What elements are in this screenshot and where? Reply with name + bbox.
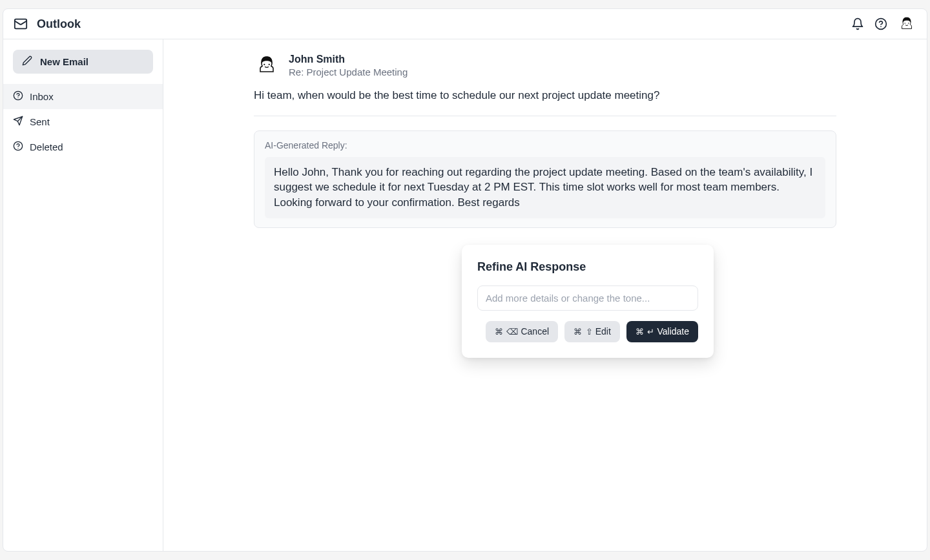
cmd-icon: ⌘ ⌫ — [495, 327, 519, 337]
user-avatar[interactable] — [897, 14, 916, 34]
email-meta: John Smith Re: Project Update Meeting — [289, 54, 408, 78]
header-left: Outlook — [14, 17, 81, 31]
nav-list: Inbox Sent Deleted — [13, 84, 153, 160]
sidebar: New Email Inbox Sent — [3, 39, 163, 551]
refine-card: Refine AI Response ⌘ ⌫Cancel ⌘ ⇧Edit ⌘ ↵… — [462, 245, 714, 358]
validate-label: Validate — [657, 326, 689, 337]
header-right — [851, 14, 916, 34]
svg-rect-0 — [15, 19, 26, 29]
email-header: John Smith Re: Project Update Meeting — [254, 52, 836, 78]
svg-point-4 — [904, 23, 905, 24]
cmd-icon: ⌘ ↵ — [636, 327, 655, 337]
app-window: Outlook New Email — [3, 8, 927, 552]
refine-actions: ⌘ ⌫Cancel ⌘ ⇧Edit ⌘ ↵Validate — [477, 321, 698, 342]
ai-reply-text: Hello John, Thank you for reaching out r… — [265, 157, 825, 218]
ai-reply-label: AI-Generated Reply: — [265, 140, 825, 150]
bell-icon[interactable] — [851, 17, 865, 31]
sender-name: John Smith — [289, 54, 408, 65]
mail-icon — [14, 17, 28, 31]
help-icon[interactable] — [874, 17, 888, 31]
divider — [254, 116, 836, 116]
refine-input[interactable] — [477, 285, 698, 311]
cmd-icon: ⌘ ⇧ — [574, 327, 593, 337]
app-title: Outlook — [37, 17, 81, 31]
new-email-button[interactable]: New Email — [13, 50, 153, 74]
svg-point-12 — [269, 64, 270, 65]
sender-avatar — [254, 52, 280, 78]
svg-point-5 — [908, 23, 909, 24]
email-subject: Re: Project Update Meeting — [289, 67, 408, 78]
help-circle-icon — [13, 141, 23, 153]
sidebar-item-label: Inbox — [30, 91, 54, 102]
sidebar-item-deleted[interactable]: Deleted — [3, 134, 163, 160]
main-content: John Smith Re: Project Update Meeting Hi… — [163, 39, 927, 551]
new-email-label: New Email — [40, 56, 88, 67]
sidebar-item-label: Sent — [30, 116, 50, 127]
refine-title: Refine AI Response — [477, 260, 698, 274]
ai-reply-panel: AI-Generated Reply: Hello John, Thank yo… — [254, 130, 836, 228]
edit-label: Edit — [595, 326, 611, 337]
sidebar-item-sent[interactable]: Sent — [3, 109, 163, 134]
pencil-icon — [22, 56, 32, 68]
paper-plane-icon — [13, 116, 23, 128]
email-body: Hi team, when would be the best time to … — [254, 87, 836, 104]
edit-button[interactable]: ⌘ ⇧Edit — [564, 321, 620, 342]
cancel-label: Cancel — [521, 326, 549, 337]
help-circle-icon — [13, 90, 23, 103]
validate-button[interactable]: ⌘ ↵Validate — [626, 321, 698, 342]
cancel-button[interactable]: ⌘ ⌫Cancel — [486, 321, 558, 342]
app-body: New Email Inbox Sent — [3, 39, 927, 551]
app-header: Outlook — [3, 9, 927, 39]
sidebar-item-label: Deleted — [30, 141, 63, 152]
sidebar-item-inbox[interactable]: Inbox — [3, 84, 163, 109]
svg-point-11 — [264, 64, 265, 65]
